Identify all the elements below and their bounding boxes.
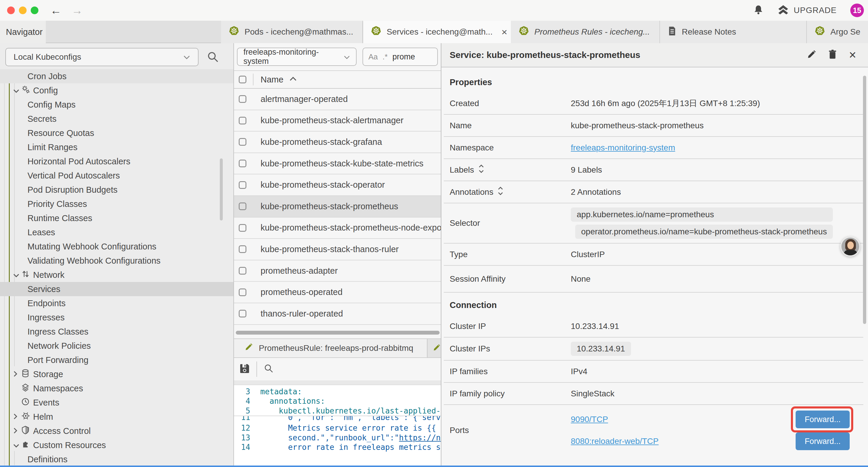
sidebar-item-cron-jobs[interactable]: Cron Jobs (0, 69, 234, 83)
sidebar-item-ingresses[interactable]: Ingresses (0, 310, 234, 324)
notifications-bell-icon[interactable] (753, 4, 764, 16)
workspace-tab-2[interactable]: Services - icecheng@math...× (363, 21, 511, 43)
kubeconfig-selector[interactable]: Local Kubeconfigs (5, 48, 198, 66)
sidebar-item-network-policies[interactable]: Network Policies (0, 339, 234, 353)
sidebar-item-storage[interactable]: Storage (0, 367, 234, 381)
table-row[interactable]: kube-prometheus-stack-prometheus-node-ex… (234, 217, 441, 239)
sidebar-item-definitions[interactable]: Definitions (0, 452, 234, 466)
table-row[interactable]: kube-prometheus-stack-prometheus (234, 196, 441, 217)
sidebar-scrollbar[interactable] (220, 158, 223, 221)
delete-trash-icon[interactable] (828, 49, 837, 61)
editor-search-icon[interactable] (264, 363, 274, 375)
namespace-link[interactable]: freeleaps-monitoring-system (571, 143, 675, 152)
table-row[interactable]: kube-prometheus-stack-alertmanager (234, 110, 441, 132)
upgrade-button[interactable]: UPGRADE (777, 5, 837, 16)
table-row[interactable]: prometheus-adapter (234, 260, 441, 282)
chevron-right-icon[interactable] (13, 412, 18, 422)
table-row[interactable]: kube-prometheus-stack-thanos-ruler (234, 239, 441, 260)
chevron-right-icon[interactable] (13, 370, 18, 379)
chevron-down-icon[interactable] (13, 440, 20, 450)
sidebar-item-config-maps[interactable]: Config Maps (0, 97, 234, 112)
row-checkbox[interactable] (239, 95, 246, 103)
navigator-panel-tab[interactable]: Navigator (0, 21, 46, 43)
select-all-checkbox[interactable] (239, 76, 246, 83)
row-checkbox[interactable] (239, 289, 246, 296)
horizontal-scrollbar[interactable] (236, 331, 440, 334)
sidebar-item-services[interactable]: Services (0, 282, 234, 296)
expand-collapse-icon[interactable] (478, 164, 484, 175)
sidebar-item-network[interactable]: Network (0, 268, 234, 282)
sidebar-item-resource-quotas[interactable]: Resource Quotas (0, 126, 234, 140)
table-row[interactable]: alertmanager-operated (234, 89, 441, 110)
row-checkbox[interactable] (239, 310, 246, 317)
table-row[interactable]: kube-prometheus-stack-operator (234, 174, 441, 196)
name-column-header[interactable]: Name (260, 75, 283, 85)
row-checkbox[interactable] (239, 202, 246, 210)
workspace-tab-5[interactable]: Argo Se (807, 21, 868, 43)
sidebar-item-custom-resources[interactable]: Custom Resources (0, 438, 234, 452)
row-checkbox[interactable] (239, 117, 246, 124)
row-checkbox[interactable] (239, 267, 246, 274)
row-checkbox[interactable] (239, 159, 246, 167)
window-close-button[interactable] (7, 6, 15, 14)
forward-button[interactable]: Forward... (796, 432, 850, 450)
sidebar-item-limit-ranges[interactable]: Limit Ranges (0, 140, 234, 154)
sidebar-item-helm[interactable]: Helm (0, 410, 234, 424)
window-zoom-button[interactable] (31, 6, 38, 14)
table-row[interactable]: thanos-ruler-operated (234, 303, 441, 325)
sidebar-item-secrets[interactable]: Secrets (0, 112, 234, 126)
search-icon[interactable] (207, 51, 219, 64)
port-link[interactable]: 9090/TCP (571, 415, 608, 424)
forward-button[interactable]: Forward... (796, 411, 850, 428)
sidebar-item-namespaces[interactable]: Namespaces (0, 381, 234, 396)
sort-ascending-icon[interactable] (289, 76, 297, 83)
expand-collapse-icon[interactable] (498, 186, 503, 198)
port-link[interactable]: 8080:reloader-web/TCP (571, 437, 658, 446)
sidebar-item-vertical-pod-autoscalers[interactable]: Vertical Pod Autoscalers (0, 169, 234, 183)
sidebar-item-endpoints[interactable]: Endpoints (0, 296, 234, 310)
notification-count-badge[interactable]: 15 (850, 4, 864, 17)
details-scrollbar[interactable] (863, 76, 866, 324)
editor-tab-next[interactable] (428, 339, 441, 357)
match-case-toggle[interactable]: Aa (368, 52, 378, 61)
sidebar-item-priority-classes[interactable]: Priority Classes (0, 197, 234, 211)
sidebar-item-config[interactable]: Config (0, 83, 234, 97)
chevron-down-icon[interactable] (13, 270, 20, 280)
sidebar-item-port-forwarding[interactable]: Port Forwarding (0, 353, 234, 367)
sidebar-item-pod-disruption-budgets[interactable]: Pod Disruption Budgets (0, 183, 234, 197)
sidebar-item-leases[interactable]: Leases (0, 225, 234, 239)
chevron-down-icon[interactable] (13, 86, 20, 95)
sidebar-item-access-control[interactable]: Access Control (0, 424, 234, 438)
regex-toggle[interactable]: .* (382, 52, 388, 61)
save-icon[interactable] (239, 363, 251, 376)
row-checkbox[interactable] (239, 181, 246, 189)
table-row[interactable]: prometheus-operated (234, 282, 441, 303)
row-checkbox[interactable] (239, 138, 246, 146)
edit-pencil-icon[interactable] (807, 50, 816, 60)
chevron-right-icon[interactable] (13, 426, 18, 436)
yaml-editor[interactable]: 3metadata:4 annotations:5 kubectl.kubern… (234, 385, 441, 467)
row-checkbox[interactable] (239, 245, 246, 253)
sidebar-item-horizontal-pod-autoscalers[interactable]: Horizontal Pod Autoscalers (0, 154, 234, 169)
workspace-tab-1[interactable]: Pods - icecheng@mathmas... (221, 21, 363, 43)
sidebar-item-mutating-webhook-configurations[interactable]: Mutating Webhook Configurations (0, 239, 234, 254)
sidebar-item-validating-webhook-configurations[interactable]: Validating Webhook Configurations (0, 254, 234, 268)
sidebar-item-label: Horizontal Pod Autoscalers (0, 157, 130, 167)
sidebar-item-ingress-classes[interactable]: Ingress Classes (0, 324, 234, 339)
namespace-filter-select[interactable]: freeleaps-monitoring-system (237, 48, 356, 66)
close-tab-icon[interactable]: × (498, 26, 507, 38)
list-search-input[interactable]: Aa .* prome (363, 48, 438, 66)
sidebar-item-events[interactable]: Events (0, 396, 234, 410)
workspace-tab-3[interactable]: Prometheus Rules - icecheng... (511, 21, 660, 43)
table-row[interactable]: kube-prometheus-stack-grafana (234, 132, 441, 153)
forward-arrow-icon[interactable]: → (71, 5, 83, 16)
close-icon[interactable]: × (849, 49, 856, 61)
row-checkbox[interactable] (239, 224, 246, 232)
editor-tab[interactable]: PrometheusRule: freeleaps-prod-rabbitmq (234, 339, 428, 357)
window-minimize-button[interactable] (19, 6, 27, 14)
workspace-tab-4[interactable]: Release Notes (660, 21, 807, 43)
sidebar-item-runtime-classes[interactable]: Runtime Classes (0, 211, 234, 225)
back-arrow-icon[interactable]: ← (50, 5, 61, 16)
table-row[interactable]: kube-prometheus-stack-kube-state-metrics (234, 153, 441, 175)
avatar[interactable] (840, 236, 860, 257)
